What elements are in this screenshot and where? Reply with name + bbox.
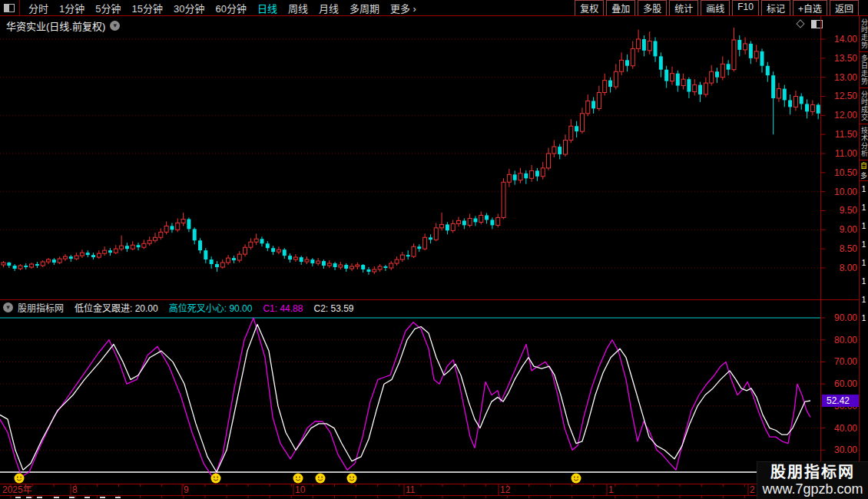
price-axis-label: 9.00 [823, 224, 857, 235]
price-axis-label: 90.00 [823, 312, 857, 323]
sidebar-number[interactable]: 1 [860, 255, 868, 273]
price-axis-label: 11.50 [823, 129, 857, 140]
price-axis-label: 9.50 [823, 205, 857, 216]
indicator-param: 低位金叉跟进: 20.00 [75, 303, 158, 314]
chevron-down-icon[interactable]: ▾ [3, 302, 13, 312]
sidebar-number[interactable]: 1 [860, 218, 868, 236]
price-axis-label: 13.50 [823, 53, 857, 64]
app-window: 分时1分钟5分钟15分钟30分钟60分钟日线周线月线多周期更多 › 复权叠加多股… [0, 0, 868, 499]
indicator-param: 高位死叉小心: 90.00 [169, 303, 253, 314]
price-axis-label: 8.00 [823, 263, 857, 273]
chart-canvas[interactable] [0, 0, 868, 499]
price-axis-label: 12.00 [823, 110, 857, 121]
date-label: 9 [184, 485, 189, 495]
price-axis-label: 8.50 [823, 243, 857, 254]
price-axis-label: 80.00 [823, 335, 857, 345]
price-axis-label: 11.00 [823, 148, 857, 159]
sidebar-number[interactable]: 1 [860, 200, 868, 218]
price-axis-label: 13.00 [823, 72, 857, 83]
price-axis-label: 30.00 [823, 444, 857, 455]
price-axis-label: 40.00 [823, 423, 857, 434]
sidebar-section[interactable]: 分时走势 [860, 18, 868, 49]
watermark-title: 股朋指标网 [770, 464, 855, 481]
sidebar-section[interactable]: 分时成交 [860, 91, 868, 121]
price-axis-label: 10.50 [823, 167, 857, 178]
right-sidebar: 分时走势多日走势分时成交技术分析自多11111111 [859, 16, 868, 499]
watermark-box: 股朋指标网 www.7gpzb.com [757, 461, 868, 499]
sidebar-section[interactable]: 多日走势 [860, 55, 868, 85]
indicator-param: C1: 44.88 [263, 303, 303, 314]
price-axis-label: 60.00 [823, 378, 857, 389]
sidebar-divider [860, 124, 868, 124]
indicator-param: C2: 53.59 [313, 303, 353, 314]
indicator-source[interactable]: 股朋指标网 [18, 301, 64, 314]
date-label: 2025年 [2, 485, 32, 495]
watermark-url: www.7gpzb.com [762, 481, 863, 497]
price-axis-label: 12.50 [823, 91, 857, 101]
sidebar-section[interactable]: 技术分析 [860, 127, 868, 157]
date-label: 2 [750, 485, 755, 495]
sidebar-item-active[interactable]: 自 [860, 160, 868, 170]
sidebar-number[interactable]: 1 [860, 310, 868, 329]
price-axis-label: 70.00 [823, 356, 857, 367]
price-axis-label: 14.00 [823, 34, 857, 45]
price-axis-label: 10.00 [823, 187, 857, 197]
sidebar-number[interactable]: 1 [860, 236, 868, 255]
sidebar-divider [860, 51, 868, 52]
indicator-header: ▾ 股朋指标网 低位金叉跟进: 20.00高位死叉小心: 90.00C1: 44… [3, 301, 365, 314]
sidebar-number[interactable]: 1 [860, 292, 868, 310]
sidebar-divider [860, 88, 868, 88]
indicator-params: 低位金叉跟进: 20.00高位死叉小心: 90.00C1: 44.88C2: 5… [75, 301, 365, 314]
date-label: 10 [295, 485, 305, 495]
sidebar-item[interactable]: 多 [860, 170, 868, 180]
sidebar-number[interactable]: 1 [860, 181, 868, 200]
date-label: 12 [500, 485, 510, 495]
date-label: 11 [406, 485, 415, 495]
date-label: 1 [608, 485, 614, 495]
date-label: 8 [72, 485, 78, 495]
sidebar-number[interactable]: 1 [860, 273, 868, 292]
